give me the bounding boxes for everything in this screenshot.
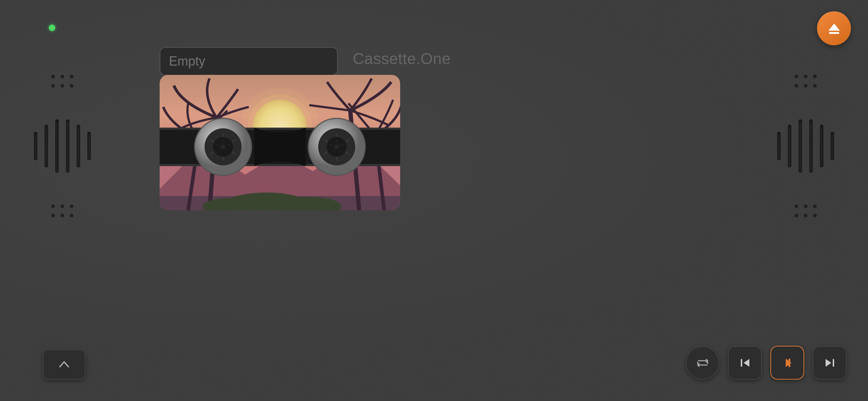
speaker-dots-bottom-left [48, 201, 77, 221]
svg-rect-19 [160, 164, 400, 166]
prev-icon [738, 356, 752, 370]
repeat-icon [696, 356, 710, 370]
speaker-dot [70, 84, 73, 88]
speaker-dot [70, 205, 73, 208]
speaker-dot [70, 214, 73, 217]
svg-point-37 [334, 144, 339, 149]
speaker-dot [795, 214, 798, 217]
prev-button[interactable] [728, 346, 762, 380]
play-pause-button[interactable] [770, 346, 804, 380]
speaker-dot [795, 75, 798, 78]
speaker-dot [51, 75, 55, 78]
track-name-input[interactable] [160, 47, 338, 76]
speaker-dot [61, 214, 64, 217]
next-icon [823, 356, 837, 370]
speaker-slot [87, 132, 91, 160]
speaker-dot [61, 84, 64, 88]
speaker-dot [804, 214, 807, 217]
speaker-slot [777, 132, 781, 160]
svg-rect-18 [160, 128, 400, 130]
svg-rect-40 [833, 359, 834, 367]
speaker-slot [809, 119, 813, 173]
svg-rect-38 [741, 359, 742, 367]
speaker-slots-left [34, 119, 91, 173]
speaker-dot [813, 205, 817, 208]
speaker-dot [61, 205, 64, 208]
eject-icon [826, 21, 842, 36]
speaker-dots-bottom-right [791, 201, 820, 221]
eject-button[interactable] [817, 11, 851, 45]
next-button[interactable] [813, 346, 847, 380]
status-dot [49, 25, 55, 31]
speaker-slot [820, 125, 823, 168]
speaker-dot [51, 214, 55, 217]
play-pause-icon [779, 355, 796, 371]
speaker-slot [55, 119, 59, 173]
repeat-button[interactable] [686, 346, 719, 380]
speaker-grille-right [761, 71, 850, 221]
svg-point-28 [221, 144, 226, 149]
chevron-up-icon [57, 358, 71, 372]
speaker-dot [51, 205, 55, 208]
speaker-slot [831, 132, 834, 160]
speaker-dot [813, 84, 817, 88]
speaker-slot [799, 119, 802, 173]
speaker-dot [795, 84, 798, 88]
speaker-dot [813, 75, 817, 78]
speaker-dot [70, 75, 73, 78]
controls-bar [686, 346, 847, 380]
speaker-dot [804, 205, 807, 208]
expand-button[interactable] [43, 349, 86, 380]
speaker-dot [804, 84, 807, 88]
cassette-display [160, 75, 400, 210]
speaker-dot [795, 205, 798, 208]
speaker-slot [66, 119, 69, 173]
cassette-artwork [160, 75, 400, 210]
speaker-dots-top-right [791, 71, 820, 91]
speaker-slot [77, 125, 80, 168]
speaker-dot [813, 214, 817, 217]
speaker-slot [34, 132, 37, 160]
main-page: Cassette.One [0, 0, 868, 401]
speaker-slots-right [777, 119, 834, 173]
speaker-dot [61, 75, 64, 78]
speaker-grille-left [18, 71, 107, 221]
speaker-dots-top-left [48, 71, 77, 91]
speaker-slot [788, 125, 791, 168]
speaker-dot [804, 75, 807, 78]
speaker-dot [51, 84, 55, 88]
app-title: Cassette.One [353, 50, 451, 68]
svg-rect-39 [789, 359, 790, 367]
speaker-slot [45, 125, 48, 168]
